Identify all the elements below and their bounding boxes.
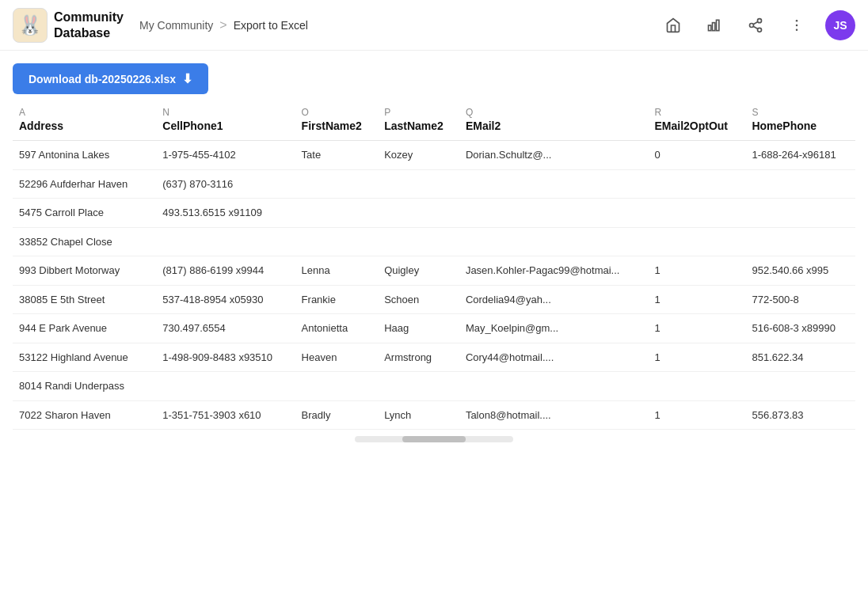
cell-address: 993 Dibbert Motorway: [13, 256, 156, 286]
cell-email2optout: 0: [648, 141, 745, 170]
cell-homephone: 516-608-3 x89990: [745, 314, 855, 343]
cell-email2: May_Koelpin@gm...: [459, 314, 649, 343]
cell-email2: [459, 199, 649, 228]
col-letter-a: A: [13, 104, 156, 118]
cell-lastname2: [378, 169, 459, 199]
svg-point-8: [796, 19, 798, 21]
breadcrumb: My Community > Export to Excel: [139, 18, 308, 32]
cell-email2: Jasen.Kohler-Pagac99@hotmai...: [459, 256, 649, 286]
more-icon: [789, 17, 805, 33]
col-letter-s: S: [745, 104, 855, 118]
app-title: Community Database: [54, 9, 124, 40]
cell-homephone: [745, 199, 855, 228]
home-icon: [665, 17, 681, 33]
table-row: 33852 Chapel Close: [13, 227, 855, 256]
cell-cellphone: (637) 870-3116: [156, 169, 295, 199]
cell-email2: Talon8@hotmail....: [459, 400, 649, 430]
cell-address: 8014 Randi Underpass: [13, 372, 156, 401]
cell-address: 33852 Chapel Close: [13, 227, 156, 256]
data-table: A N O P Q R S Address CellPhone1 FirstNa…: [13, 104, 855, 430]
cell-cellphone: 730.497.6554: [156, 314, 295, 343]
col-header-firstname2: FirstName2: [295, 118, 379, 141]
cell-email2optout: 1: [648, 285, 745, 314]
user-avatar[interactable]: JS: [825, 10, 855, 40]
cell-email2optout: [648, 372, 745, 401]
cell-address: 944 E Park Avenue: [13, 314, 156, 343]
cell-lastname2: Schoen: [378, 285, 459, 314]
scrollbar-area[interactable]: [0, 430, 868, 449]
col-header-email2optout: EMail2OptOut: [648, 118, 745, 141]
cell-address: 597 Antonina Lakes: [13, 141, 156, 170]
more-button[interactable]: [784, 13, 809, 38]
svg-rect-1: [713, 22, 715, 30]
breadcrumb-parent[interactable]: My Community: [139, 19, 213, 32]
scrollbar-track[interactable]: [355, 436, 513, 442]
toolbar: Download db-20250226.xlsx ⬇: [0, 51, 868, 104]
col-header-cellphone: CellPhone1: [156, 118, 295, 141]
svg-point-3: [758, 18, 762, 22]
scrollbar-thumb[interactable]: [402, 436, 466, 442]
cell-firstname2: Heaven: [295, 343, 379, 372]
cell-cellphone: 1-975-455-4102: [156, 141, 295, 170]
cell-email2optout: [648, 169, 745, 199]
cell-firstname2: [295, 227, 379, 256]
svg-point-10: [796, 28, 798, 31]
chart-button[interactable]: [702, 13, 727, 38]
cell-address: 38085 E 5th Street: [13, 285, 156, 314]
table-row: 944 E Park Avenue730.497.6554AntoniettaH…: [13, 314, 855, 343]
table-row: 7022 Sharon Haven1-351-751-3903 x610Brad…: [13, 400, 855, 430]
cell-lastname2: [378, 199, 459, 228]
data-table-container: A N O P Q R S Address CellPhone1 FirstNa…: [0, 104, 868, 430]
cell-email2: Cory44@hotmail....: [459, 343, 649, 372]
avatar-initials: JS: [833, 19, 847, 32]
cell-lastname2: Armstrong: [378, 343, 459, 372]
cell-email2: [459, 169, 649, 199]
download-icon: ⬇: [182, 71, 192, 86]
download-button[interactable]: Download db-20250226.xlsx ⬇: [13, 63, 208, 94]
cell-cellphone: [156, 227, 295, 256]
col-letter-n: N: [156, 104, 295, 118]
cell-lastname2: [378, 372, 459, 401]
breadcrumb-separator: >: [219, 18, 227, 32]
logo-icon: 🐰: [13, 8, 48, 43]
table-row: 597 Antonina Lakes1-975-455-4102TateKoze…: [13, 141, 855, 170]
cell-firstname2: [295, 372, 379, 401]
cell-email2: Cordelia94@yah...: [459, 285, 649, 314]
cell-firstname2: Frankie: [295, 285, 379, 314]
cell-homephone: [745, 227, 855, 256]
cell-email2: [459, 227, 649, 256]
cell-address: 7022 Sharon Haven: [13, 400, 156, 430]
chart-icon: [706, 17, 722, 33]
svg-point-9: [796, 24, 798, 26]
cell-email2optout: [648, 199, 745, 228]
download-label: Download db-20250226.xlsx: [29, 73, 176, 85]
col-header-homephone: HomePhone: [745, 118, 855, 141]
cell-email2optout: 1: [648, 400, 745, 430]
column-letter-row: A N O P Q R S: [13, 104, 855, 118]
cell-homephone: 952.540.66 x995: [745, 256, 855, 286]
app-logo: 🐰 Community Database: [13, 8, 124, 43]
cell-lastname2: Quigley: [378, 256, 459, 286]
svg-rect-0: [709, 25, 711, 31]
table-body: 597 Antonina Lakes1-975-455-4102TateKoze…: [13, 141, 855, 430]
cell-cellphone: 537-418-8954 x05930: [156, 285, 295, 314]
col-letter-o: O: [295, 104, 379, 118]
cell-lastname2: [378, 227, 459, 256]
cell-firstname2: Tate: [295, 141, 379, 170]
cell-firstname2: Bradly: [295, 400, 379, 430]
table-row: 8014 Randi Underpass: [13, 372, 855, 401]
home-button[interactable]: [661, 13, 686, 38]
cell-email2: Dorian.Schultz@...: [459, 141, 649, 170]
share-icon: [748, 17, 763, 33]
svg-line-6: [753, 26, 758, 28]
table-row: 52296 Aufderhar Haven(637) 870-3116: [13, 169, 855, 199]
svg-point-4: [750, 23, 754, 27]
share-button[interactable]: [743, 13, 768, 38]
column-header-row: Address CellPhone1 FirstName2 LastName2 …: [13, 118, 855, 141]
svg-point-5: [758, 28, 762, 32]
col-header-address: Address: [13, 118, 156, 141]
cell-email2optout: 1: [648, 343, 745, 372]
col-letter-r: R: [648, 104, 745, 118]
table-row: 53122 Highland Avenue1-498-909-8483 x935…: [13, 343, 855, 372]
cell-cellphone: 493.513.6515 x91109: [156, 199, 295, 228]
